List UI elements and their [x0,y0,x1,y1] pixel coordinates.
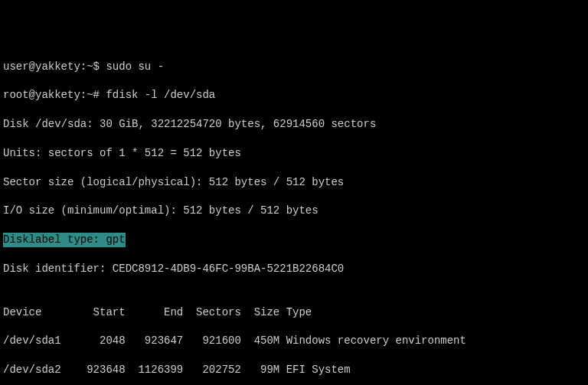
terminal-line: root@yakkety:~# fdisk -l /dev/sda [3,88,585,103]
terminal-line: I/O size (minimum/optimal): 512 bytes / … [3,204,585,218]
partition-table-row: /dev/sda2 923648 1126399 202752 99M EFI … [3,363,585,377]
terminal-line-highlight: Disklabel type: gpt [3,233,585,247]
partition-table-header: Device Start End Sectors Size Type [3,305,585,320]
disklabel-highlight: Disklabel type: gpt [3,233,126,247]
terminal-line: Disk identifier: CEDC8912-4DB9-46FC-99BA… [3,262,585,276]
terminal-line: Sector size (logical/physical): 512 byte… [3,175,585,190]
terminal-line: user@yakkety:~$ sudo su - [3,60,585,74]
terminal-line: Disk /dev/sda: 30 GiB, 32212254720 bytes… [3,117,585,132]
partition-table-row: /dev/sda1 2048 923647 921600 450M Window… [3,334,585,348]
terminal-line: Units: sectors of 1 * 512 = 512 bytes [3,146,585,161]
